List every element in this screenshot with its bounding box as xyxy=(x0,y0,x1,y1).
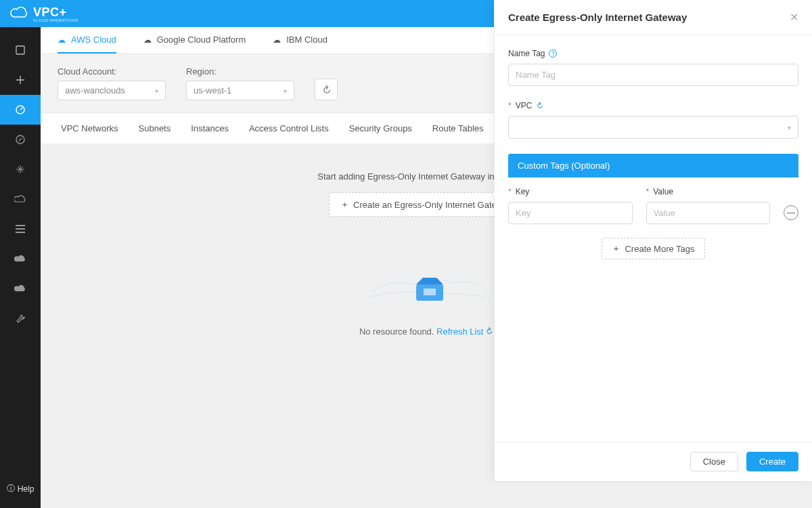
sidebar-item-dashboard[interactable] xyxy=(0,95,41,125)
refresh-icon: ↻ xyxy=(319,82,334,98)
close-button[interactable]: Close xyxy=(690,452,738,471)
region-label: Region: xyxy=(186,66,294,77)
subtab-vpc-networks[interactable]: VPC Networks xyxy=(61,123,118,133)
drawer-header: Create Egress-Only Internet Gateway ✕ xyxy=(495,0,812,35)
plus-icon: ＋ xyxy=(340,198,349,211)
sidebar-help[interactable]: ⓘ Help xyxy=(0,483,41,494)
subtab-subnets[interactable]: Subnets xyxy=(139,123,171,133)
sidebar-item-cloud-2[interactable] xyxy=(0,274,41,303)
create-more-tags-button[interactable]: ＋ Create More Tags xyxy=(602,238,704,259)
tag-value-input[interactable] xyxy=(646,202,771,224)
help-icon[interactable]: ? xyxy=(549,49,557,58)
sidebar-item-list[interactable] xyxy=(0,214,41,244)
create-eoig-drawer: Create Egress-Only Internet Gateway ✕ Na… xyxy=(494,0,812,481)
vpc-refresh-icon[interactable]: ↻ xyxy=(534,100,545,111)
svg-rect-0 xyxy=(16,46,24,54)
refresh-list-link[interactable]: Refresh List ↻ xyxy=(436,326,493,337)
name-tag-input[interactable] xyxy=(508,64,798,86)
tag-key-input[interactable] xyxy=(508,202,633,224)
subtab-acls[interactable]: Access Control Lists xyxy=(249,123,329,133)
drawer-title: Create Egress-Only Internet Gateway xyxy=(508,12,687,23)
cloud-account-filter: Cloud Account: aws-wanclouds xyxy=(58,66,166,100)
sidebar-item-cloud-up[interactable] xyxy=(0,184,41,214)
close-icon[interactable]: ✕ xyxy=(790,11,798,24)
sidebar-item-1[interactable] xyxy=(0,35,41,65)
sidebar-item-wrench[interactable] xyxy=(0,303,41,333)
custom-tags-header: Custom Tags (Optional) xyxy=(508,154,798,177)
brand-logo: VPC+ CLOUD MIGRATIONS xyxy=(10,5,78,22)
subtab-instances[interactable]: Instances xyxy=(191,123,229,133)
brand-name: VPC+ xyxy=(33,5,78,20)
brand-subtitle: CLOUD MIGRATIONS xyxy=(33,18,78,22)
sidebar-item-cloud-1[interactable] xyxy=(0,244,41,274)
ibm-cloud-icon: ☁ xyxy=(273,35,281,45)
vpc-label: * VPC ↻ xyxy=(508,101,798,110)
region-select[interactable]: us-west-1 xyxy=(186,81,294,100)
drawer-footer: Close Create xyxy=(495,442,812,481)
svg-rect-4 xyxy=(424,289,436,295)
subtab-security-groups[interactable]: Security Groups xyxy=(349,123,412,133)
drawer-body: Name Tag ? * VPC ↻ Custom Tags (Optional… xyxy=(495,35,812,442)
gcp-cloud-icon: ☁ xyxy=(143,35,152,45)
key-label: *Key xyxy=(508,187,633,196)
region-filter: Region: us-west-1 xyxy=(186,66,294,100)
aws-cloud-icon: ☁ xyxy=(58,35,66,45)
sidebar: ⓘ Help xyxy=(0,27,41,508)
help-icon: ⓘ xyxy=(7,483,15,494)
cloud-logo-icon xyxy=(10,7,29,20)
refresh-filters-button[interactable]: ↻ xyxy=(315,79,338,100)
sidebar-item-compass[interactable] xyxy=(0,125,41,154)
cloud-account-label: Cloud Account: xyxy=(58,66,166,77)
tag-row: *Key *Value — xyxy=(508,187,798,224)
help-label: Help xyxy=(18,484,35,494)
cloud-tab-ibm[interactable]: ☁IBM Cloud xyxy=(273,27,328,54)
create-button[interactable]: Create xyxy=(746,452,798,471)
cloud-account-select[interactable]: aws-wanclouds xyxy=(58,81,166,100)
name-tag-label: Name Tag ? xyxy=(508,49,798,58)
plus-icon: ＋ xyxy=(612,242,621,255)
remove-tag-button[interactable]: — xyxy=(784,205,798,220)
no-resource-text: No resource found. Refresh List ↻ xyxy=(359,326,493,337)
vpc-select[interactable] xyxy=(508,116,798,139)
empty-illustration xyxy=(359,244,494,312)
sidebar-item-snowflake[interactable] xyxy=(0,154,41,184)
subtab-route-tables[interactable]: Route Tables xyxy=(432,123,484,133)
sidebar-item-add[interactable] xyxy=(0,65,41,95)
cloud-tab-aws[interactable]: ☁AWS Cloud xyxy=(58,27,116,54)
value-label: *Value xyxy=(646,187,771,196)
cloud-tab-gcp[interactable]: ☁Google Cloud Platform xyxy=(143,27,246,54)
